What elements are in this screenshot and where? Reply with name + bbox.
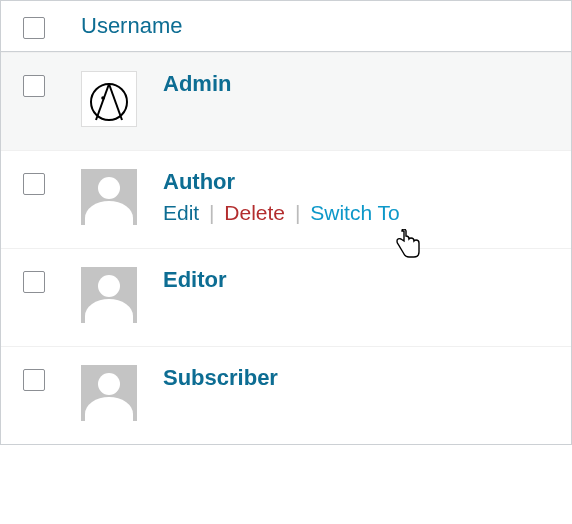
row-checkbox[interactable] (23, 173, 45, 195)
row-check-col (23, 169, 81, 195)
username-column-header[interactable]: Username (81, 13, 571, 39)
row-main-col: Subscriber (163, 365, 571, 391)
row-check-col (23, 71, 81, 97)
table-row: Author Edit | Delete | Switch To (1, 150, 571, 248)
delete-link[interactable]: Delete (224, 201, 285, 224)
table-row: Admin (1, 52, 571, 150)
username-link[interactable]: Editor (163, 267, 571, 293)
row-checkbox[interactable] (23, 369, 45, 391)
row-avatar-col (81, 267, 163, 323)
row-avatar-col (81, 169, 163, 225)
svg-point-0 (91, 84, 127, 120)
action-separator: | (205, 201, 218, 224)
svg-line-2 (109, 84, 122, 120)
table-row: Subscriber (1, 346, 571, 444)
svg-line-1 (96, 84, 109, 120)
row-checkbox[interactable] (23, 271, 45, 293)
row-avatar-col (81, 365, 163, 421)
table-header-row: Username (1, 1, 571, 52)
edit-link[interactable]: Edit (163, 201, 199, 224)
switch-to-link[interactable]: Switch To (310, 201, 400, 224)
row-check-col (23, 267, 81, 293)
row-main-col: Author Edit | Delete | Switch To (163, 169, 571, 225)
header-username-col: Username (81, 13, 571, 39)
row-main-col: Editor (163, 267, 571, 293)
action-separator: | (291, 201, 304, 224)
avatar (81, 365, 137, 421)
row-check-col (23, 365, 81, 391)
header-check-col (23, 13, 81, 39)
row-checkbox[interactable] (23, 75, 45, 97)
select-all-checkbox[interactable] (23, 17, 45, 39)
svg-point-3 (101, 96, 105, 100)
username-link[interactable]: Author (163, 169, 571, 195)
table-row: Editor (1, 248, 571, 346)
avatar (81, 71, 137, 127)
users-table: Username Admin (0, 0, 572, 445)
username-link[interactable]: Subscriber (163, 365, 571, 391)
avatar (81, 169, 137, 225)
avatar (81, 267, 137, 323)
row-main-col: Admin (163, 71, 571, 97)
row-actions: Edit | Delete | Switch To (163, 201, 571, 225)
username-link[interactable]: Admin (163, 71, 571, 97)
row-avatar-col (81, 71, 163, 127)
